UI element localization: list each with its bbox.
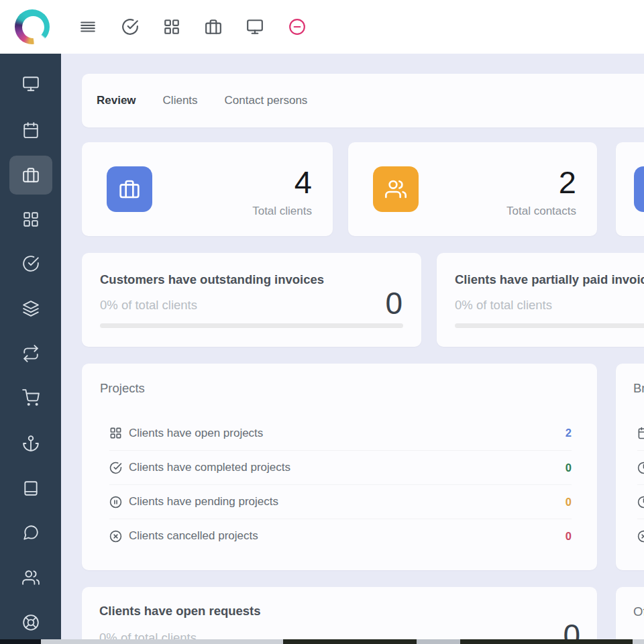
users-icon (22, 569, 40, 586)
sidebar-item-chat[interactable] (9, 513, 52, 552)
shopping-cart-icon (22, 389, 40, 407)
card-title: Clients have open requests (99, 604, 261, 619)
sidebar-item-notebook[interactable] (9, 469, 52, 508)
list-item[interactable] (637, 519, 644, 553)
monitor-icon (22, 75, 40, 93)
total-clients-label: Total clients (252, 205, 312, 218)
grid-icon[interactable] (158, 13, 185, 40)
projects-card-title: Projects (100, 381, 145, 396)
list-item-label: Clients have completed projects (129, 461, 566, 474)
layers-icon (22, 300, 40, 317)
grid-icon (109, 427, 122, 439)
total-contacts-value: 2 (559, 166, 576, 198)
list-item-completed-projects[interactable]: Clients have completed projects 0 (109, 450, 572, 484)
progress-bar (100, 323, 403, 328)
projects-card: Projects Clients have open projects 2 Cl… (82, 364, 597, 570)
sidebar-item-help[interactable] (9, 603, 52, 642)
partial-card-title: Br (633, 381, 644, 396)
list-item-label: Clients have pending projects (129, 495, 566, 508)
partial-card-title: Of (633, 604, 644, 619)
sidebar-item-repeat[interactable] (9, 334, 52, 373)
card-value: 0 (385, 288, 402, 319)
progress-bar (455, 323, 644, 328)
grid-icon (22, 211, 40, 228)
list-item-value: 0 (566, 462, 572, 474)
sidebar-item-calendar[interactable] (9, 111, 52, 150)
brand-logo-hole (22, 16, 44, 38)
x-circle-icon (637, 530, 644, 543)
total-contacts-label: Total contacts (506, 205, 576, 218)
check-circle-icon[interactable] (117, 13, 144, 40)
tabs-bar: Review Clients Contact persons (82, 74, 644, 127)
sidebar-item-users[interactable] (9, 558, 52, 597)
bottom-edge-strip (0, 639, 644, 644)
card-subtitle: 0% of total clients (100, 298, 197, 313)
projects-list: Clients have open projects 2 Clients hav… (109, 416, 572, 553)
menu-icon[interactable] (74, 13, 101, 40)
partial-bottom-right-card: Of (616, 587, 644, 644)
sidebar-item-briefcase[interactable] (9, 156, 52, 195)
brand-logo[interactable] (15, 9, 50, 44)
card-title: Customers have outstanding invoices (100, 272, 324, 287)
pause-circle-icon (109, 496, 122, 508)
list-item-cancelled-projects[interactable]: Clients cancelled projects 0 (109, 519, 572, 553)
notebook-icon (22, 480, 40, 497)
list-item-value: 0 (566, 496, 572, 508)
partially-paid-invoices-card: Clients have partially paid invoices 0% … (437, 253, 644, 347)
outstanding-invoices-card: Customers have outstanding invoices 0% o… (82, 253, 421, 347)
repeat-icon (22, 345, 40, 362)
check-circle-icon (22, 255, 40, 272)
tab-review[interactable]: Review (97, 94, 136, 107)
card-title: Clients have partially paid invoices (455, 272, 644, 287)
list-item-pending-projects[interactable]: Clients have pending projects 0 (109, 484, 572, 519)
sidebar-item-grid[interactable] (9, 200, 52, 239)
briefcase-icon (107, 166, 152, 212)
partial-right-card: Br (616, 364, 644, 570)
life-buoy-icon (22, 614, 40, 631)
list-item[interactable] (637, 450, 644, 484)
tab-contact-persons[interactable]: Contact persons (225, 94, 308, 107)
sidebar-item-monitor[interactable] (9, 64, 52, 103)
list-item-value: 2 (566, 427, 572, 439)
calendar-icon (637, 427, 644, 439)
sidebar (0, 54, 61, 644)
list-item[interactable] (637, 416, 644, 450)
sidebar-item-layers[interactable] (9, 289, 52, 328)
total-clients-card: 4 Total clients (82, 142, 333, 236)
sidebar-item-check-circle[interactable] (9, 244, 52, 283)
list-item[interactable] (637, 484, 644, 519)
sidebar-item-anchor[interactable] (9, 424, 52, 463)
briefcase-icon (634, 166, 644, 212)
x-circle-icon (109, 530, 122, 543)
calendar-icon (22, 121, 40, 139)
list-item-label: Clients cancelled projects (129, 529, 566, 543)
total-contacts-card: 2 Total contacts (348, 142, 597, 236)
clock-icon (637, 496, 644, 508)
open-requests-card: Clients have open requests 0% of total c… (82, 587, 597, 644)
check-circle-icon (109, 462, 122, 474)
sidebar-item-shopping-cart[interactable] (9, 378, 52, 417)
message-circle-icon (22, 524, 40, 541)
anchor-icon (22, 435, 40, 452)
topbar (0, 0, 644, 54)
monitor-icon[interactable] (241, 13, 268, 40)
users-icon (373, 166, 419, 212)
list-item-open-projects[interactable]: Clients have open projects 2 (109, 416, 572, 450)
list-item-label: Clients have open projects (129, 427, 566, 440)
card-subtitle: 0% of total clients (455, 298, 552, 313)
list-item-value: 0 (566, 530, 572, 543)
partial-stat-card (616, 142, 644, 236)
total-clients-value: 4 (294, 166, 312, 198)
partial-card-list (637, 416, 644, 553)
clock-icon (637, 462, 644, 474)
minus-circle-icon[interactable] (284, 13, 311, 40)
briefcase-icon (22, 166, 40, 184)
tab-clients[interactable]: Clients (163, 94, 198, 107)
briefcase-icon[interactable] (200, 13, 227, 40)
